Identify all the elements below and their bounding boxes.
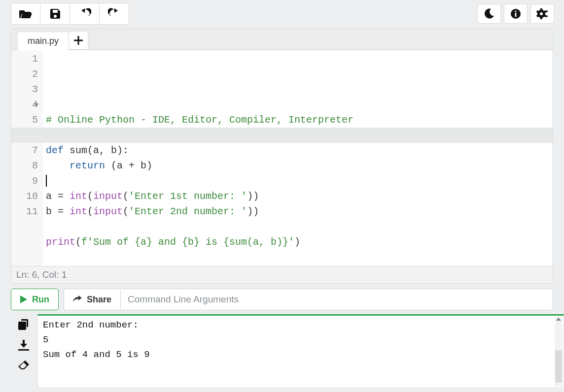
scroll-up-icon	[556, 318, 561, 321]
share-button[interactable]: Share	[64, 289, 121, 310]
console-output[interactable]: Enter 2nd number: 5Sum of 4 and 5 is 9	[37, 314, 564, 388]
share-label: Share	[87, 294, 111, 305]
line-number: 11	[14, 204, 38, 219]
line-number: 1	[14, 51, 38, 66]
svg-point-4	[546, 15, 548, 17]
line-gutter: 1234567891011	[11, 50, 43, 266]
run-label: Run	[32, 294, 49, 305]
svg-point-3	[546, 10, 548, 12]
scroll-thumb[interactable]	[555, 350, 562, 383]
toolbar-right-group	[477, 4, 561, 24]
toolbar	[0, 0, 564, 28]
undo-button[interactable]	[70, 3, 100, 25]
tab-main-py[interactable]: main.py	[17, 32, 69, 50]
undo-icon	[78, 8, 91, 20]
info-button[interactable]	[504, 4, 528, 24]
redo-icon	[108, 8, 121, 20]
line-number: 7	[14, 143, 38, 158]
download-button[interactable]	[18, 340, 30, 352]
editor-panel: main.py 1234567891011 # Online Python - …	[11, 29, 553, 284]
line-number: 8	[14, 158, 38, 173]
copy-icon	[18, 319, 29, 330]
theme-button[interactable]	[477, 4, 501, 24]
moon-icon	[484, 8, 494, 19]
line-number: 3	[14, 82, 38, 97]
code-line[interactable]: print(f'Sum of {a} and {b} is {sum(a, b)…	[46, 234, 550, 250]
tab-bar: main.py	[11, 29, 553, 50]
download-icon	[18, 340, 29, 351]
console-line: Enter 2nd number:	[43, 318, 559, 332]
status-bar: Ln: 6, Col: 1	[11, 266, 553, 283]
line-number: 4	[14, 97, 38, 112]
code-line[interactable]	[46, 128, 550, 143]
toolbar-left-group	[11, 3, 129, 25]
args-input[interactable]	[121, 289, 553, 310]
console-line: 5	[43, 332, 559, 347]
run-bar: Run Share	[11, 289, 553, 310]
code-line[interactable]	[46, 173, 550, 189]
line-number: 2	[14, 66, 38, 82]
settings-button[interactable]	[530, 4, 554, 24]
console-wrap: Enter 2nd number: 5Sum of 4 and 5 is 9	[11, 314, 564, 388]
code-line[interactable]: a = int(input('Enter 1st number: '))	[46, 189, 550, 204]
info-icon	[510, 8, 521, 19]
cursor-position: Ln: 6, Col: 1	[16, 269, 67, 280]
line-number: 5	[14, 112, 38, 128]
code-editor[interactable]: 1234567891011 # Online Python - IDE, Edi…	[11, 50, 553, 266]
console-line: Sum of 4 and 5 is 9	[43, 347, 559, 362]
code-line[interactable]	[46, 219, 550, 234]
save-button[interactable]	[40, 3, 70, 25]
play-icon	[20, 295, 27, 303]
copy-button[interactable]	[18, 319, 30, 331]
text-cursor	[46, 175, 47, 187]
share-icon	[73, 295, 82, 303]
eraser-icon	[18, 360, 30, 370]
save-icon	[50, 8, 61, 19]
line-number: 10	[14, 189, 38, 204]
code-line[interactable]	[46, 250, 550, 265]
run-button[interactable]: Run	[11, 289, 59, 310]
plus-icon	[74, 36, 83, 45]
code-line[interactable]: b = int(input('Enter 2nd number: '))	[46, 204, 550, 219]
add-tab-button[interactable]	[69, 31, 88, 50]
gear-icon	[536, 8, 549, 19]
scrollbar[interactable]	[555, 317, 563, 387]
folder-open-icon	[19, 8, 32, 19]
code-line[interactable]	[46, 97, 550, 112]
open-button[interactable]	[11, 3, 40, 25]
code-area[interactable]: # Online Python - IDE, Editor, Compiler,…	[43, 50, 553, 266]
eraser-button[interactable]	[18, 360, 30, 372]
console-sidebar	[11, 314, 37, 388]
code-line[interactable]: return (a + b)	[46, 158, 550, 173]
svg-point-2	[515, 10, 516, 12]
redo-button[interactable]	[100, 3, 129, 25]
code-line[interactable]: def sum(a, b):	[46, 143, 550, 158]
line-number: 9	[14, 173, 38, 189]
svg-rect-1	[515, 13, 517, 17]
code-line[interactable]: # Online Python - IDE, Editor, Compiler,…	[46, 112, 550, 128]
